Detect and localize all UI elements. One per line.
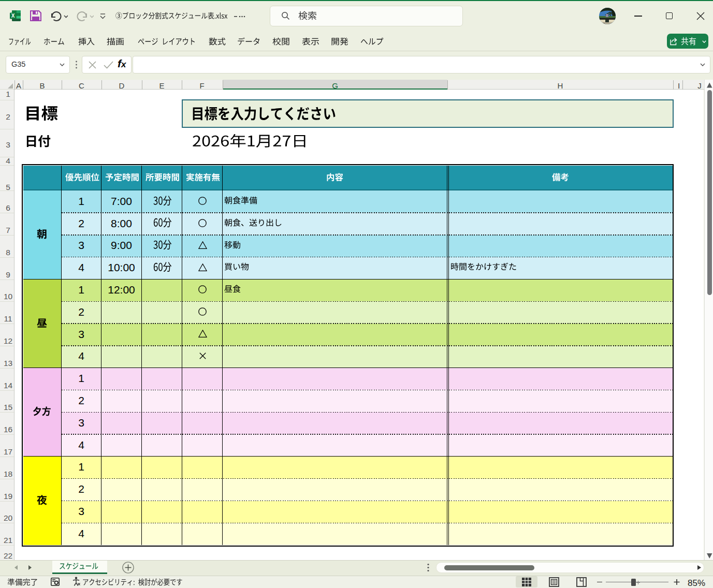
svg-text:X: X xyxy=(11,13,15,19)
